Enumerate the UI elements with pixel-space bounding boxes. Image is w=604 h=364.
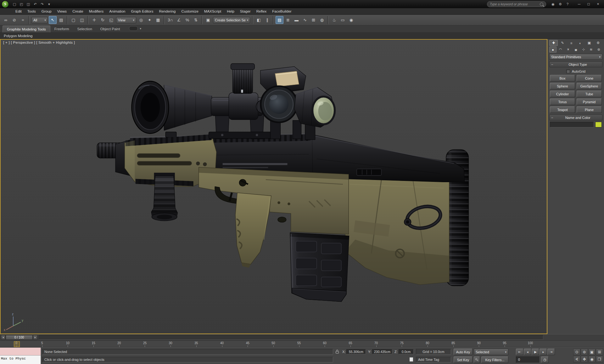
category-lights[interactable]: ☀ <box>565 47 572 53</box>
rifle-pistol-grip[interactable] <box>235 193 271 268</box>
search-icon[interactable] <box>540 3 543 6</box>
selection-filter-dropdown[interactable]: All <box>31 17 48 23</box>
tab-create[interactable]: ✚ <box>549 40 558 46</box>
menu-reflex[interactable]: Reflex <box>254 8 270 14</box>
time-tag-icon[interactable] <box>410 357 413 361</box>
button-tube[interactable]: Tube <box>577 91 602 97</box>
tab-selection[interactable]: Selection <box>73 25 96 32</box>
menu-views[interactable]: Views <box>54 8 70 14</box>
search-box[interactable]: Type a keyword or phrase <box>487 1 546 7</box>
time-slider-handle[interactable]: 0 / 100 <box>6 335 33 340</box>
previous-frame-button[interactable]: ◂ <box>524 349 531 355</box>
button-cylinder[interactable]: Cylinder <box>550 91 575 97</box>
snap-toggle-3d-icon[interactable]: 3∩ <box>166 16 174 24</box>
redo-icon[interactable]: ↷ <box>39 1 45 7</box>
mirror-icon[interactable]: ◧ <box>255 16 263 24</box>
reference-coordinate-dropdown[interactable]: View <box>116 17 136 23</box>
menu-graph-editors[interactable]: Graph Editors <box>128 8 156 14</box>
menu-edit[interactable]: Edit <box>13 8 25 14</box>
tab-object-paint[interactable]: Object Paint <box>96 25 124 32</box>
spinner-snap-icon[interactable]: ⇅ <box>192 16 200 24</box>
bind-to-space-warp-icon[interactable]: ≈ <box>19 16 27 24</box>
autogrid-checkbox[interactable]: AutoGrid <box>549 69 602 74</box>
time-slider-track[interactable] <box>39 335 543 340</box>
tab-display[interactable]: ▣ <box>585 40 593 46</box>
workspace-icon[interactable]: ⚙ <box>557 1 563 7</box>
play-animation-button[interactable]: ▶ <box>532 349 539 355</box>
zoom-icon[interactable]: ⊙ <box>573 349 580 356</box>
menu-modifiers[interactable]: Modifiers <box>86 8 107 14</box>
macro-recorder-field[interactable] <box>0 348 41 356</box>
menu-help[interactable]: Help <box>224 8 237 14</box>
viewport-label[interactable]: [ + ] [ Perspective ] [ Smooth + Highlig… <box>3 41 75 44</box>
help-icon[interactable]: ? <box>564 1 571 7</box>
category-geometry[interactable]: ● <box>549 47 556 53</box>
window-crossing-icon[interactable]: ◫ <box>78 16 86 24</box>
rollout-object-type[interactable]: Object Type <box>549 61 602 67</box>
category-systems[interactable]: ⊛ <box>595 47 602 53</box>
go-to-end-button[interactable]: ⇥ <box>547 349 555 355</box>
x-coordinate-field[interactable]: 55.306cm <box>346 349 366 354</box>
rifle-scope[interactable] <box>132 64 277 139</box>
toggle-layer-explorer-icon[interactable]: ≣ <box>284 16 292 24</box>
rollout-name-color[interactable]: Name and Color <box>549 115 602 120</box>
button-box[interactable]: Box <box>550 75 575 81</box>
material-editor-icon[interactable]: ◍ <box>318 16 326 24</box>
menu-animation[interactable]: Animation <box>106 8 128 14</box>
zoom-extents-icon[interactable]: ▣ <box>588 349 596 356</box>
keying-set-dropdown[interactable]: Selected <box>474 349 508 355</box>
sign-in-icon[interactable]: ◉ <box>550 1 556 7</box>
frame-forward-button[interactable] <box>33 335 37 340</box>
tab-utilities[interactable]: ⚙ <box>594 40 602 46</box>
rifle-stock[interactable] <box>345 174 449 285</box>
menu-tools[interactable]: Tools <box>25 8 39 14</box>
z-coordinate-field[interactable]: 0.0cm <box>399 349 414 354</box>
menu-maxscript[interactable]: MAXScript <box>201 8 224 14</box>
render-setup-icon[interactable]: ♨ <box>330 16 338 24</box>
close-button[interactable]: × <box>593 1 603 7</box>
named-selection-sets-dropdown[interactable]: Create Selection Se <box>213 17 250 23</box>
polygon-modeling-panel[interactable]: Polygon Modeling <box>4 34 32 38</box>
category-cameras[interactable]: ◙ <box>572 47 579 53</box>
button-torus[interactable]: Torus <box>550 98 575 105</box>
select-and-scale-icon[interactable]: ◱ <box>107 16 115 24</box>
menu-group[interactable]: Group <box>39 8 54 14</box>
rifle-magazine[interactable] <box>290 233 349 302</box>
button-pyramid[interactable]: Pyramid <box>577 98 602 105</box>
ribbon-display-toggle-icon[interactable] <box>129 26 138 31</box>
rendered-frame-window-icon[interactable]: ▭ <box>339 16 347 24</box>
button-geosphere[interactable]: GeoSphere <box>577 83 602 89</box>
tab-hierarchy[interactable]: ≡ <box>567 40 576 46</box>
select-object-icon[interactable]: ↖ <box>49 16 57 24</box>
orbit-icon[interactable]: ◉ <box>588 356 596 363</box>
edit-named-selection-sets-icon[interactable]: ▣ <box>204 16 212 24</box>
checkbox-icon[interactable] <box>566 70 570 73</box>
tab-graphite-modeling-tools[interactable]: Graphite Modeling Tools <box>3 25 50 32</box>
menu-rendering[interactable]: Rendering <box>156 8 178 14</box>
app-logo-icon[interactable]: S <box>2 1 8 8</box>
save-file-icon[interactable]: ◫ <box>25 1 31 7</box>
align-icon[interactable]: ∥ <box>263 16 271 24</box>
select-and-rotate-icon[interactable]: ↻ <box>99 16 107 24</box>
toggle-ribbon-icon[interactable]: ▬ <box>293 16 300 24</box>
category-helpers[interactable]: ⊹ <box>580 47 587 53</box>
menu-customize[interactable]: Customize <box>178 8 201 14</box>
tab-motion[interactable]: ◐ <box>576 40 584 46</box>
maximize-viewport-icon[interactable]: ❒ <box>596 356 603 363</box>
viewport[interactable]: [ + ] [ Perspective ] [ Smooth + Highlig… <box>0 39 547 334</box>
keyboard-shortcut-override-icon[interactable]: ▦ <box>154 16 162 24</box>
minimize-button[interactable]: ─ <box>574 1 584 7</box>
render-production-icon[interactable]: ◉ <box>347 16 355 24</box>
field-of-view-icon[interactable]: ∢ <box>573 356 580 363</box>
zoom-extents-all-icon[interactable]: ⊞ <box>596 349 603 356</box>
y-coordinate-field[interactable]: 230.435cm <box>372 349 392 354</box>
tab-freeform[interactable]: Freeform <box>50 25 73 32</box>
selection-lock-icon[interactable] <box>335 350 339 354</box>
use-pivot-center-icon[interactable]: ◎ <box>137 16 145 24</box>
menu-create[interactable]: Create <box>70 8 86 14</box>
time-slider[interactable]: 0 / 100 <box>0 334 604 340</box>
maximize-button[interactable]: □ <box>584 1 593 7</box>
viewport-canvas[interactable] <box>1 40 547 333</box>
time-configuration-button[interactable]: ◷ <box>541 356 549 363</box>
rectangular-selection-region-icon[interactable]: ▢ <box>70 16 77 24</box>
